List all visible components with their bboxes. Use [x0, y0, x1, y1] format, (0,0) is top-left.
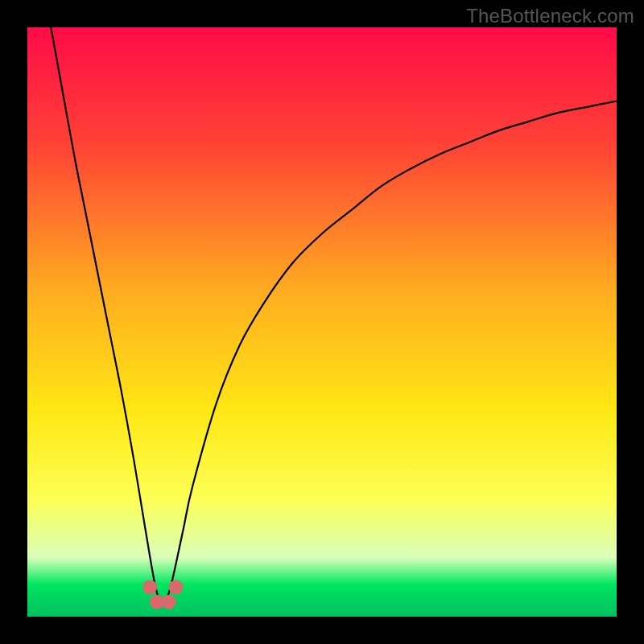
watermark-label: TheBottleneck.com: [466, 5, 634, 27]
curve-marker: [142, 580, 157, 594]
curve-marker: [162, 595, 176, 609]
chart-container: TheBottleneck.com: [0, 0, 644, 644]
curve-marker: [168, 580, 183, 594]
bottleneck-chart: [0, 0, 644, 644]
plot-background: [27, 27, 617, 617]
